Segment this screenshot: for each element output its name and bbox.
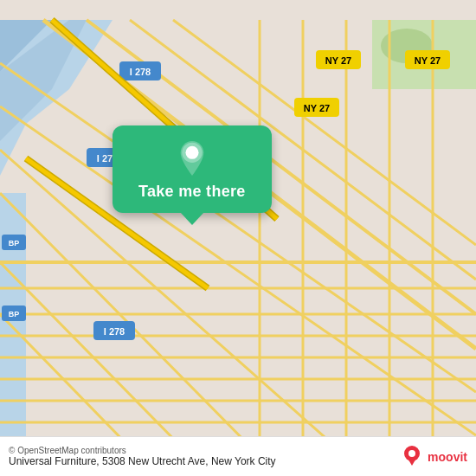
callout-container: Take me there xyxy=(113,125,272,213)
svg-point-52 xyxy=(185,146,198,159)
svg-point-55 xyxy=(408,450,415,457)
map-background: I 278 I 278 I 278 NY 27 NY 27 NY 27 BP B… xyxy=(0,0,476,476)
take-me-there-button[interactable]: Take me there xyxy=(138,183,246,201)
bottom-info: © OpenStreetMap contributors Universal F… xyxy=(9,446,276,467)
moovit-icon xyxy=(400,445,424,469)
callout-box: Take me there xyxy=(113,125,272,213)
svg-text:I 278: I 278 xyxy=(104,326,125,337)
svg-text:NY 27: NY 27 xyxy=(304,103,330,113)
svg-text:NY 27: NY 27 xyxy=(325,55,351,66)
svg-text:NY 27: NY 27 xyxy=(415,55,441,66)
svg-rect-4 xyxy=(0,193,26,456)
map-container: I 278 I 278 I 278 NY 27 NY 27 NY 27 BP B… xyxy=(0,0,476,476)
svg-text:I 278: I 278 xyxy=(130,67,151,77)
moovit-label: moovit xyxy=(428,450,467,464)
copyright-text: © OpenStreetMap contributors xyxy=(9,446,276,455)
bottom-bar: © OpenStreetMap contributors Universal F… xyxy=(0,436,476,476)
svg-marker-54 xyxy=(407,457,417,466)
location-pin-icon xyxy=(175,141,209,176)
svg-text:BP: BP xyxy=(9,239,20,248)
location-text: Universal Furniture, 5308 New Utrecht Av… xyxy=(9,455,276,467)
moovit-logo: moovit xyxy=(400,445,467,469)
svg-text:BP: BP xyxy=(9,310,20,318)
